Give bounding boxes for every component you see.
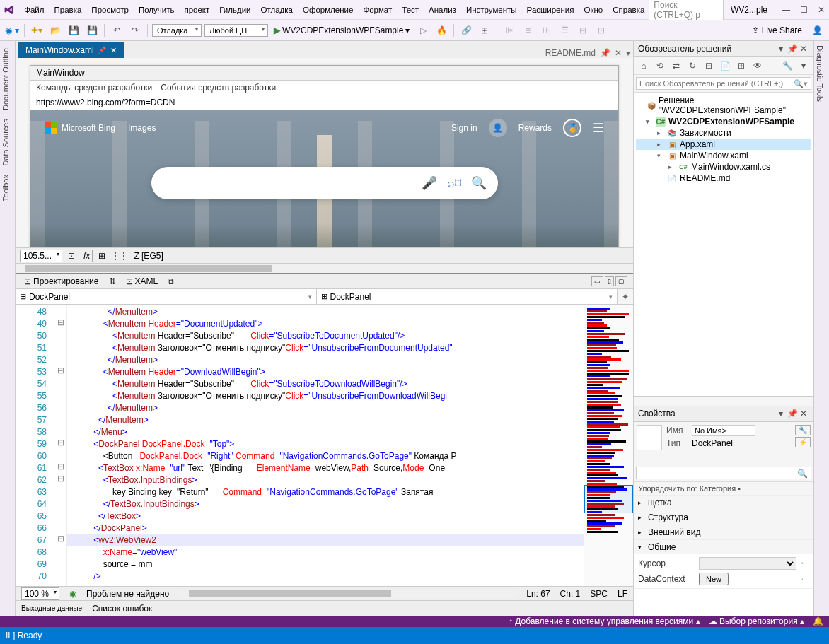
menu-Окно[interactable]: Окно xyxy=(580,4,608,16)
back-icon[interactable]: ⟲ xyxy=(653,59,667,73)
menu-Справка[interactable]: Справка xyxy=(608,4,649,16)
maximize-button[interactable]: ☐ xyxy=(800,5,808,15)
tab-pin-icon[interactable]: 📌 xyxy=(600,48,610,58)
new-item-button[interactable]: ✚▾ xyxy=(29,23,45,38)
tab-mainwindow-xaml[interactable]: MainWindow.xaml📌✕ xyxy=(18,42,124,58)
split-v-icon[interactable]: ▯ xyxy=(605,276,614,286)
camera-icon[interactable]: ⌕⌑ xyxy=(447,175,461,191)
dev-commands-menu[interactable]: Команды средств разработки xyxy=(36,83,152,93)
designer-zoom[interactable]: 105.5... xyxy=(20,250,62,262)
prop-category[interactable]: ▸Внешний вид xyxy=(634,525,813,539)
code-zoom[interactable]: 100 % xyxy=(21,587,59,600)
fit-icon[interactable]: ⊡ xyxy=(68,251,75,261)
toggle-split-icon[interactable]: ✦ xyxy=(618,289,633,304)
menu-Отладка[interactable]: Отладка xyxy=(257,4,297,16)
sort-label[interactable]: Упорядочить по: Категория ▪ xyxy=(634,482,813,496)
bing-search-input[interactable] xyxy=(163,177,412,189)
properties-search-input[interactable] xyxy=(636,467,811,479)
wrench-icon[interactable]: 🔧 xyxy=(795,425,811,435)
close-panel-icon[interactable]: ✕ xyxy=(798,409,809,418)
align-6[interactable]: ⊡ xyxy=(593,23,609,38)
menu-Тест[interactable]: Тест xyxy=(398,4,423,16)
nav-back-button[interactable]: ◉ ▾ xyxy=(4,23,20,38)
config-dropdown[interactable]: Отладка xyxy=(152,24,202,37)
issues-indicator[interactable]: ◉ xyxy=(69,589,76,599)
bell-icon[interactable]: 🔔 xyxy=(813,616,823,626)
prop-value[interactable] xyxy=(699,557,796,570)
feedback-button[interactable]: 👤 xyxy=(809,23,825,38)
pin-icon[interactable]: 📌 xyxy=(787,409,798,418)
prop-category[interactable]: ▸Структура xyxy=(634,510,813,525)
bing-images-link[interactable]: Images xyxy=(128,123,156,133)
tab-menu-icon[interactable]: ▾ xyxy=(626,48,630,58)
grid-icon[interactable]: ⊞ xyxy=(98,251,105,261)
avatar-icon[interactable]: 👤 xyxy=(489,119,507,137)
left-tab-data-sources[interactable]: Data Sources xyxy=(0,115,15,170)
diagnostics-tab[interactable]: Diagnostic Tools xyxy=(814,41,825,106)
wrench-icon[interactable]: 🔧 xyxy=(780,59,794,73)
snap-icon[interactable]: ⋮⋮ xyxy=(111,251,128,261)
menu-Правка[interactable]: Правка xyxy=(50,4,86,16)
tree-item[interactable]: ▸C#MainWindow.xaml.cs xyxy=(636,161,811,172)
xaml-tab[interactable]: ⊡ XAML xyxy=(123,275,161,288)
swap-icon[interactable]: ⇅ xyxy=(109,276,116,286)
undo-button[interactable]: ↶ xyxy=(109,23,124,38)
error-list-tab[interactable]: Список ошибок xyxy=(92,604,152,614)
preview-icon[interactable]: 👁 xyxy=(750,59,765,73)
collapse-icon[interactable]: ⊟ xyxy=(702,59,716,73)
search-icon[interactable]: 🔍▾ xyxy=(794,79,808,88)
left-tab-toolbox[interactable]: Toolbox xyxy=(0,170,15,206)
solution-tree[interactable]: 📦Решение "WV2CDPExtensionWPFSample"▾C#WV… xyxy=(634,93,813,186)
menu-Инструменты[interactable]: Инструменты xyxy=(462,4,521,16)
menu-Анализ[interactable]: Анализ xyxy=(424,4,460,16)
source-control-add[interactable]: ↑ Добавление в систему управления версия… xyxy=(509,616,700,626)
sync-icon[interactable]: ⇄ xyxy=(669,59,683,73)
filter-icon[interactable]: ▾ xyxy=(796,59,811,73)
open-button[interactable]: 📂 xyxy=(47,23,63,38)
tab-close-icon[interactable]: ✕ xyxy=(615,48,622,58)
properties-icon[interactable]: ⊞ xyxy=(734,59,748,73)
tree-item[interactable]: ▾C#WV2CDPExtensionWPFSample xyxy=(636,116,811,127)
global-search-input[interactable]: Поиск (CTRL+Q) р xyxy=(649,0,724,22)
outer-element-dropdown[interactable]: ⊞ DockPanel xyxy=(16,289,317,304)
close-panel-icon[interactable]: ✕ xyxy=(798,44,809,54)
bing-signin[interactable]: Sign in xyxy=(451,123,477,133)
prop-category[interactable]: ▸щетка xyxy=(634,496,813,510)
align-3[interactable]: ⊪ xyxy=(538,23,554,38)
tree-item[interactable]: ▸▣App.xaml xyxy=(636,139,811,150)
prop-new-button[interactable]: New xyxy=(699,573,729,585)
repo-select[interactable]: ☁ Выбор репозитория ▴ xyxy=(709,616,804,626)
tree-item[interactable]: ▸📚Зависимости xyxy=(636,127,811,139)
close-tab-icon[interactable]: ✕ xyxy=(110,46,117,55)
platform-dropdown[interactable]: Любой ЦП xyxy=(204,24,268,37)
align-5[interactable]: ⊟ xyxy=(575,23,591,38)
tree-item[interactable]: 📄README.md xyxy=(636,172,811,184)
event-icon[interactable]: ⚡ xyxy=(795,437,811,447)
panel-menu-icon[interactable]: ▾ xyxy=(775,44,787,54)
fx-icon[interactable]: fx xyxy=(81,250,93,262)
start-debug-button[interactable]: ▶WV2CDPExtensionWPFSample ▾ xyxy=(271,24,412,37)
minimap[interactable] xyxy=(584,305,633,586)
search-icon[interactable]: 🔍 xyxy=(471,175,487,191)
split-h-icon[interactable]: ▭ xyxy=(591,276,603,286)
designer-canvas[interactable]: MainWindow Команды средств разработки Со… xyxy=(16,58,633,247)
minimize-button[interactable]: — xyxy=(782,5,790,15)
layout-button[interactable]: ⊞ xyxy=(477,23,492,38)
save-button[interactable]: 💾 xyxy=(66,23,81,38)
show-all-icon[interactable]: 📄 xyxy=(718,59,732,73)
bing-search-box[interactable]: 🎤 ⌕⌑ 🔍 xyxy=(151,167,498,199)
menu-Получить[interactable]: Получить xyxy=(134,4,179,16)
menu-Оформление[interactable]: Оформление xyxy=(298,4,357,16)
mic-icon[interactable]: 🎤 xyxy=(422,175,437,191)
menu-Файл[interactable]: Файл xyxy=(20,4,48,16)
panel-menu-icon[interactable]: ▾ xyxy=(775,409,787,418)
tree-item[interactable]: ▾▣MainWindow.xaml xyxy=(636,150,811,161)
close-button[interactable]: ✕ xyxy=(818,5,825,15)
menu-Гильдии[interactable]: Гильдии xyxy=(215,4,255,16)
url-textbox[interactable]: https://www2.bing.com/?form=DCDN xyxy=(30,95,618,110)
rewards-icon[interactable]: 🏅 xyxy=(563,119,581,137)
output-tab[interactable]: Выходные данные xyxy=(21,604,82,612)
menu-Формат[interactable]: Формат xyxy=(359,4,396,16)
live-share-button[interactable]: ⇪Live Share xyxy=(748,24,806,37)
code-editor[interactable]: 4849505152535455565758596061626364656667… xyxy=(16,305,633,586)
